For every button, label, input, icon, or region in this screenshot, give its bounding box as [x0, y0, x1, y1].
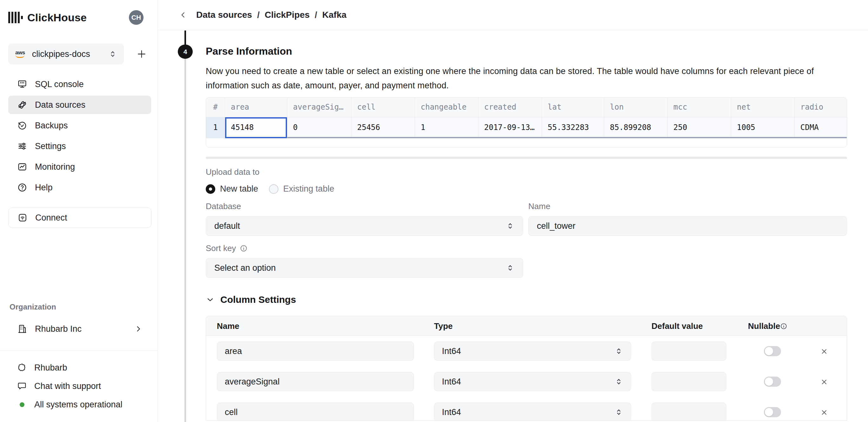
remove-column-button[interactable] — [819, 347, 829, 356]
data-sources-icon — [17, 100, 27, 110]
footer-item-status[interactable]: All systems operational — [8, 395, 151, 414]
column-name-input[interactable] — [225, 377, 406, 387]
sidebar-item-backups[interactable]: Backups — [8, 116, 151, 135]
connect-icon — [18, 213, 28, 223]
preview-column-header: radio — [795, 97, 846, 117]
preview-cell-area-selected[interactable]: 45148 — [225, 117, 287, 138]
preview-column-header: mcc — [668, 97, 731, 117]
preview-cell[interactable]: 1005 — [731, 117, 795, 138]
sidebar-item-label: Monitoring — [35, 162, 75, 172]
column-name-field — [217, 403, 414, 421]
preview-cell[interactable]: 250 — [668, 117, 731, 138]
column-type-select[interactable]: Int64 — [434, 342, 631, 361]
row-index-cell: 1 — [206, 117, 225, 138]
sidebar-divider — [0, 350, 157, 351]
preview-cell[interactable]: 55.332283 — [542, 117, 604, 138]
remove-column-button[interactable] — [819, 377, 829, 387]
info-icon[interactable] — [780, 322, 787, 330]
sidebar-item-help[interactable]: Help — [8, 178, 151, 197]
breadcrumb-item-clickpipes[interactable]: ClickPipes — [265, 10, 310, 20]
chevron-updown-icon — [614, 408, 623, 417]
sidebar-item-sql-console[interactable]: SQL console — [8, 75, 151, 93]
column-name-input[interactable] — [225, 407, 406, 417]
nullable-toggle[interactable] — [764, 407, 781, 417]
preview-cell[interactable]: 0 — [287, 117, 351, 138]
preview-cell[interactable]: 1 — [415, 117, 478, 138]
connect-button[interactable]: Connect — [8, 207, 151, 228]
add-service-button[interactable] — [134, 47, 149, 61]
preview-cell[interactable]: CDMA — [795, 117, 846, 138]
upload-data-to-label: Upload data to — [206, 167, 847, 177]
preview-cell[interactable]: 25456 — [351, 117, 415, 138]
preview-empty-area — [206, 138, 847, 147]
nullable-toggle[interactable] — [764, 346, 781, 356]
nullable-toggle[interactable] — [764, 376, 781, 387]
brand-title: ClickHouse — [27, 11, 87, 24]
radio-label-existing-table: Existing table — [283, 184, 334, 194]
sidebar-item-label: Backups — [35, 121, 68, 131]
footer-item-integrations[interactable]: Rhubarb — [8, 359, 151, 377]
preview-column-header: lon — [604, 97, 668, 117]
chat-bubble-icon — [17, 381, 27, 391]
column-default-input[interactable] — [659, 377, 718, 387]
page-title: Parse Information — [206, 46, 847, 57]
radio-existing-table[interactable] — [269, 184, 278, 194]
info-icon[interactable] — [240, 244, 248, 252]
footer-item-label: Chat with support — [34, 381, 101, 391]
table-name-input[interactable] — [537, 221, 838, 231]
radio-new-table[interactable] — [206, 184, 215, 194]
settings-sliders-icon — [17, 141, 27, 151]
preview-column-header: changeable — [415, 97, 478, 117]
preview-cell[interactable]: 2017-09-13… — [478, 117, 542, 138]
column-settings-toggle[interactable]: Column Settings — [206, 294, 847, 305]
breadcrumb-item-data-sources[interactable]: Data sources — [196, 10, 252, 20]
column-default-input[interactable] — [659, 407, 718, 417]
step-rail — [184, 58, 186, 422]
sort-key-select[interactable]: Select an option — [206, 258, 523, 278]
chevron-updown-icon — [108, 50, 117, 58]
preview-column-header: lat — [542, 97, 604, 117]
sidebar-item-label: Help — [35, 183, 53, 193]
name-field-group: Name — [528, 201, 847, 236]
column-default-input[interactable] — [659, 346, 718, 356]
sidebar-item-monitoring[interactable]: Monitoring — [8, 158, 151, 176]
clickhouse-logo-icon[interactable] — [8, 12, 23, 23]
column-settings-header-row: Name Type Default value Nullable — [206, 316, 847, 336]
service-selector[interactable]: aws clickpipes-docs — [8, 44, 124, 64]
radio-label-new-table: New table — [220, 184, 258, 194]
breadcrumb-item-kafka[interactable]: Kafka — [322, 10, 346, 20]
sidebar: ClickHouse CH aws clickpipes-docs — [0, 0, 158, 422]
column-settings-row: Int64 — [206, 366, 847, 397]
service-name: clickpipes-docs — [32, 49, 108, 59]
column-type-select[interactable]: Int64 — [434, 372, 631, 391]
back-button[interactable] — [178, 9, 189, 20]
remove-column-button[interactable] — [819, 408, 829, 417]
column-name-input[interactable] — [225, 346, 406, 356]
building-icon — [17, 324, 27, 334]
column-name-field — [217, 372, 414, 391]
table-name-field — [528, 216, 847, 236]
breadcrumb: Data sources / ClickPipes / Kafka — [196, 10, 346, 20]
sidebar-item-data-sources[interactable]: Data sources — [8, 96, 151, 114]
organization-item[interactable]: Rhubarb Inc — [8, 319, 151, 338]
cs-header-name: Name — [217, 316, 239, 336]
preview-column-header: area — [225, 97, 287, 117]
organization-name: Rhubarb Inc — [35, 324, 134, 334]
chevron-updown-icon — [506, 263, 515, 272]
sidebar-item-label: Settings — [35, 141, 66, 151]
parse-information-section: Parse Information Now you need to create… — [206, 30, 847, 421]
footer-item-support[interactable]: Chat with support — [8, 377, 151, 395]
avatar[interactable]: CH — [129, 10, 144, 25]
database-select[interactable]: default — [206, 216, 523, 236]
sidebar-item-settings[interactable]: Settings — [8, 137, 151, 156]
preview-cell[interactable]: 85.899208 — [604, 117, 668, 138]
breadcrumb-separator: / — [315, 10, 317, 20]
clickhouse-app: ClickHouse CH aws clickpipes-docs — [0, 0, 868, 422]
column-settings-table: Name Type Default value Nullable Int64 — [206, 316, 847, 421]
horizontal-scrollbar[interactable] — [206, 157, 847, 159]
column-type-select[interactable]: Int64 — [434, 403, 631, 421]
table-horizontal-scrollbar[interactable] — [225, 137, 847, 138]
aws-icon: aws — [15, 50, 25, 58]
column-name-field — [217, 342, 414, 361]
column-default-field — [651, 403, 726, 421]
